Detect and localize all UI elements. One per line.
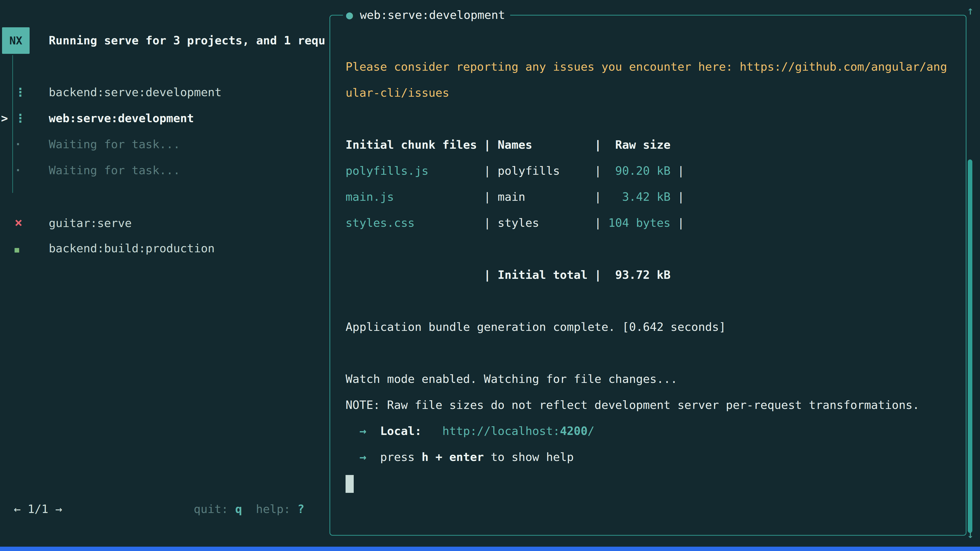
spinner-icon: ⋮ bbox=[14, 79, 49, 105]
terminal-line: ular-cli/issues bbox=[345, 80, 958, 106]
task-row-backend-serve-development[interactable]: ⋮backend:serve:development bbox=[0, 79, 321, 105]
terminal-text: Application bundle generation complete. … bbox=[345, 320, 726, 333]
scroll-up-arrow-icon[interactable]: ↑ bbox=[967, 3, 974, 18]
terminal-text bbox=[422, 424, 442, 438]
task-label: guitar:serve bbox=[49, 216, 132, 230]
terminal-text: press bbox=[366, 450, 422, 464]
terminal-line bbox=[345, 340, 958, 366]
panel-title: ● web:serve:development bbox=[343, 8, 510, 22]
terminal-line: Please consider reporting any issues you… bbox=[345, 54, 958, 80]
hint-text: ? bbox=[298, 502, 304, 516]
scroll-down-arrow-icon[interactable]: ↓ bbox=[967, 527, 974, 542]
terminal-text: Please consider reporting any issues you… bbox=[345, 60, 947, 73]
task-list: ⋮backend:serve:development>⋮web:serve:de… bbox=[0, 79, 321, 183]
terminal-text: | main | bbox=[394, 190, 622, 203]
dot-icon: · bbox=[14, 131, 49, 157]
nx-logo-badge: NX bbox=[2, 27, 30, 54]
terminal-line: NOTE: Raw file sizes do not reflect deve… bbox=[345, 392, 958, 418]
pagination: ← 1/1 → bbox=[14, 496, 62, 522]
app-title: Running serve for 3 projects, and 1 requ bbox=[49, 27, 325, 54]
page-next-arrow-icon[interactable]: → bbox=[56, 502, 62, 516]
terminal-line: → press h + enter to show help bbox=[345, 444, 958, 470]
terminal-line bbox=[345, 470, 958, 496]
hint-text: q bbox=[235, 502, 242, 516]
task-label: web:serve:development bbox=[49, 111, 194, 125]
page-indicator bbox=[21, 502, 27, 516]
task-row-web-serve-development[interactable]: >⋮web:serve:development bbox=[0, 105, 321, 131]
scrollbar-thumb[interactable] bbox=[968, 159, 972, 533]
terminal-text: to show help bbox=[484, 450, 574, 464]
terminal-line bbox=[345, 288, 958, 314]
task-row-waiting-for-task-[interactable]: ·Waiting for task... bbox=[0, 131, 321, 157]
local-url-port[interactable]: 4200 bbox=[560, 424, 587, 438]
local-url-link[interactable]: http://localhost: bbox=[442, 424, 560, 438]
square-icon: ■ bbox=[14, 237, 49, 263]
terminal-text: | polyfills | bbox=[428, 164, 615, 178]
cross-icon: × bbox=[14, 210, 49, 235]
terminal-text: | bbox=[670, 190, 684, 203]
terminal-text: 90.20 kB bbox=[615, 164, 671, 178]
task-label: backend:serve:development bbox=[49, 86, 221, 99]
terminal-text: Local: bbox=[380, 424, 422, 438]
terminal-text bbox=[345, 450, 360, 464]
terminal-line bbox=[345, 236, 958, 262]
terminal-text: → bbox=[360, 424, 366, 438]
terminal-cursor bbox=[345, 475, 354, 493]
page-spacer bbox=[48, 502, 55, 516]
terminal-text: NOTE: Raw file sizes do not reflect deve… bbox=[345, 398, 920, 412]
dot-icon: · bbox=[14, 157, 49, 183]
terminal-text: polyfills.js bbox=[345, 164, 428, 178]
panel-title-label bbox=[353, 8, 360, 22]
keyboard-hints: quit: q help: ? bbox=[194, 496, 304, 522]
terminal-text: Watch mode enabled. Watching for file ch… bbox=[345, 372, 677, 386]
terminal-text: ular-cli/issues bbox=[345, 86, 449, 100]
terminal-text: | bbox=[670, 164, 684, 178]
task-label: Waiting for task... bbox=[49, 164, 180, 177]
page-count: 1/1 bbox=[27, 502, 48, 516]
terminal-text: Initial chunk files | Names | Raw size bbox=[345, 138, 670, 151]
terminal-text: main.js bbox=[345, 190, 394, 203]
terminal-line: Initial chunk files | Names | Raw size bbox=[345, 132, 958, 158]
panel-title-text: web:serve:development bbox=[360, 8, 505, 22]
terminal-text: 104 bytes bbox=[608, 216, 671, 230]
terminal-text: | bbox=[670, 216, 684, 230]
selection-chevron-icon: > bbox=[1, 105, 8, 131]
terminal-output: Please consider reporting any issues you… bbox=[345, 54, 958, 496]
task-row-backend-build-production[interactable]: ■backend:build:production bbox=[0, 235, 321, 262]
spinner-icon: ⋮ bbox=[14, 105, 49, 131]
terminal-line: Application bundle generation complete. … bbox=[345, 314, 958, 340]
terminal-line: main.js | main | 3.42 kB | bbox=[345, 184, 958, 210]
finished-task-list: ×guitar:serve■backend:build:production bbox=[0, 210, 321, 262]
terminal-text: → bbox=[360, 450, 366, 464]
terminal-text: h + enter bbox=[422, 450, 484, 464]
terminal-text bbox=[366, 424, 380, 438]
terminal-line: Watch mode enabled. Watching for file ch… bbox=[345, 366, 958, 392]
terminal-text: styles.css bbox=[345, 216, 415, 230]
page-prev-arrow-icon[interactable]: ← bbox=[14, 502, 21, 516]
terminal-text: 3.42 kB bbox=[622, 190, 671, 203]
task-row-guitar-serve[interactable]: ×guitar:serve bbox=[0, 210, 321, 235]
task-output-panel: ● web:serve:development Please consider … bbox=[329, 15, 966, 536]
bottom-blue-bar bbox=[0, 547, 980, 551]
terminal-text: | Initial total | 93.72 kB bbox=[345, 268, 670, 282]
terminal-line: styles.css | styles | 104 bytes | bbox=[345, 210, 958, 236]
terminal-text: | styles | bbox=[415, 216, 608, 230]
terminal-line: polyfills.js | polyfills | 90.20 kB | bbox=[345, 158, 958, 184]
hint-text: quit: bbox=[194, 502, 235, 516]
task-label: backend:build:production bbox=[49, 241, 215, 255]
local-url-slash[interactable]: / bbox=[587, 424, 594, 438]
task-row-waiting-for-task-[interactable]: ·Waiting for task... bbox=[0, 157, 321, 183]
hint-text: help: bbox=[242, 502, 298, 516]
terminal-line bbox=[345, 106, 958, 132]
status-bullet-icon: ● bbox=[346, 8, 353, 22]
terminal-line: | Initial total | 93.72 kB bbox=[345, 262, 958, 288]
task-label: Waiting for task... bbox=[49, 138, 180, 151]
terminal-text bbox=[345, 424, 360, 438]
terminal-line: → Local: http://localhost:4200/ bbox=[345, 418, 958, 444]
